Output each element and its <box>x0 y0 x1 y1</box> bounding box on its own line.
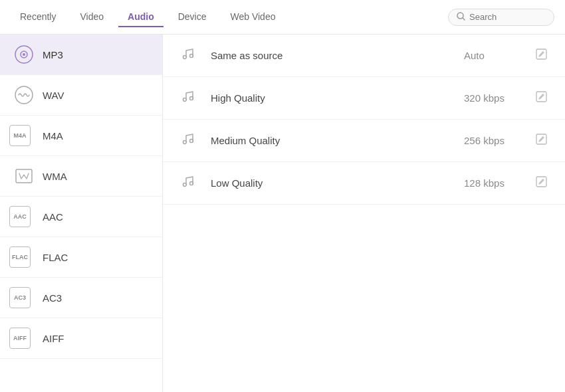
search-icon <box>457 12 465 23</box>
svg-rect-9 <box>536 49 546 59</box>
aac-icon: AAC <box>13 206 35 227</box>
sidebar-item-m4a[interactable]: M4A M4A <box>0 116 162 156</box>
edit-icon-same-as-source[interactable] <box>533 49 549 62</box>
svg-point-17 <box>190 182 193 185</box>
tab-recently[interactable]: Recently <box>11 7 65 27</box>
svg-rect-6 <box>16 169 32 183</box>
edit-icon-high[interactable] <box>533 91 549 105</box>
sidebar-label-m4a: M4A <box>43 130 63 142</box>
aiff-format-icon: AIFF <box>9 328 31 349</box>
music-note-icon-1 <box>179 47 197 64</box>
flac-icon: FLAC <box>13 246 35 268</box>
tab-video[interactable]: Video <box>70 7 113 27</box>
sidebar-item-mp3[interactable]: MP3 <box>0 35 162 75</box>
music-note-icon-4 <box>179 174 197 192</box>
quality-value-high: 320 kbps <box>464 92 517 104</box>
m4a-format-icon: M4A <box>9 125 31 146</box>
svg-point-11 <box>190 97 193 100</box>
sidebar-item-aac[interactable]: AAC AAC <box>0 197 162 237</box>
row-medium-quality[interactable]: Medium Quality 256 kbps <box>163 120 565 162</box>
m4a-icon: M4A <box>13 125 35 146</box>
sidebar-label-aac: AAC <box>43 211 63 223</box>
content-area: Same as source Auto High Quality 320 <box>163 35 565 392</box>
tab-device[interactable]: Device <box>169 7 216 27</box>
music-note-icon-2 <box>179 89 197 107</box>
music-note-icon-3 <box>179 132 197 149</box>
tab-audio[interactable]: Audio <box>118 7 164 27</box>
svg-point-14 <box>190 140 193 143</box>
mp3-icon <box>13 44 35 65</box>
sidebar-item-wav[interactable]: WAV <box>0 75 162 116</box>
quality-value-medium: 256 kbps <box>464 135 517 146</box>
svg-point-7 <box>183 56 187 59</box>
svg-line-1 <box>463 17 465 19</box>
sidebar-item-ac3[interactable]: AC3 AC3 <box>0 278 162 318</box>
svg-rect-15 <box>536 134 546 144</box>
wav-icon <box>13 84 35 106</box>
row-high-quality[interactable]: High Quality 320 kbps <box>163 77 565 120</box>
flac-format-icon: FLAC <box>9 246 31 268</box>
quality-name-same-as-source: Same as source <box>211 50 464 61</box>
sidebar-label-wma: WMA <box>43 171 67 182</box>
top-navigation: Recently Video Audio Device Web Video <box>0 0 565 35</box>
quality-name-high: High Quality <box>211 92 464 104</box>
svg-point-16 <box>183 183 187 187</box>
sidebar-label-mp3: MP3 <box>43 49 63 60</box>
sidebar-label-flac: FLAC <box>43 252 68 263</box>
tab-web-video[interactable]: Web Video <box>221 7 284 27</box>
quality-value-low: 128 kbps <box>464 177 517 189</box>
svg-rect-12 <box>536 92 546 102</box>
search-container <box>448 9 554 26</box>
search-input[interactable] <box>469 12 546 22</box>
svg-point-8 <box>190 54 193 58</box>
aiff-icon: AIFF <box>13 328 35 349</box>
aac-format-icon: AAC <box>9 206 31 227</box>
ac3-icon: AC3 <box>13 287 35 308</box>
sidebar-label-ac3: AC3 <box>43 292 62 304</box>
ac3-format-icon: AC3 <box>9 287 31 308</box>
sidebar-item-flac[interactable]: FLAC FLAC <box>0 237 162 278</box>
edit-icon-medium[interactable] <box>533 134 549 147</box>
sidebar-label-aiff: AIFF <box>43 333 64 344</box>
row-same-as-source[interactable]: Same as source Auto <box>163 35 565 77</box>
quality-name-medium: Medium Quality <box>211 135 464 146</box>
row-low-quality[interactable]: Low Quality 128 kbps <box>163 162 565 205</box>
svg-rect-18 <box>536 177 546 187</box>
nav-tabs: Recently Video Audio Device Web Video <box>11 7 448 27</box>
svg-point-13 <box>183 141 187 144</box>
quality-name-low: Low Quality <box>211 177 464 189</box>
main-layout: MP3 WAV M4A M4A <box>0 35 565 392</box>
sidebar: MP3 WAV M4A M4A <box>0 35 163 392</box>
sidebar-item-wma[interactable]: WMA <box>0 156 162 197</box>
svg-point-10 <box>183 98 187 102</box>
wma-icon <box>13 165 35 187</box>
edit-icon-low[interactable] <box>533 176 549 190</box>
quality-value-same-as-source: Auto <box>464 50 517 61</box>
sidebar-label-wav: WAV <box>43 90 64 101</box>
sidebar-item-aiff[interactable]: AIFF AIFF <box>0 318 162 359</box>
svg-point-4 <box>23 53 25 56</box>
